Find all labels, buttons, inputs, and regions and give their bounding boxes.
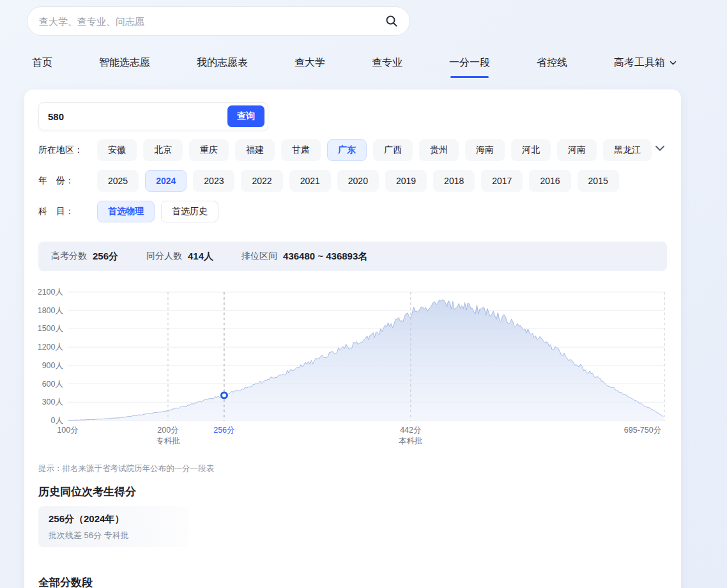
year-chip-0[interactable]: 2025	[97, 170, 139, 192]
svg-text:2100人: 2100人	[38, 288, 63, 297]
nav-item-find-university[interactable]: 查大学	[295, 56, 325, 78]
top-search[interactable]	[27, 6, 410, 36]
subject-chips: 首选物理首选历史	[97, 201, 218, 222]
nav-item-score-rank[interactable]: 一分一段	[449, 56, 490, 78]
nav-item-find-major[interactable]: 查专业	[372, 56, 402, 78]
svg-text:256分: 256分	[213, 426, 234, 435]
subject-filter-row: 科 目： 首选物理首选历史	[38, 201, 218, 222]
score-distribution-chart: 0人300人600人900人1200人1500人1800人2100人100分20…	[38, 284, 667, 449]
svg-text:900人: 900人	[42, 361, 64, 370]
toolbox-chevron-down-icon	[670, 61, 677, 65]
current-score-marker[interactable]	[221, 392, 227, 398]
region-filter-row: 所在地区： 安徽北京重庆福建甘肃广东广西贵州海南河北河南黑龙江	[38, 139, 652, 161]
region-chip-10[interactable]: 河南	[557, 139, 597, 161]
year-chips: 2025202420232022202120202019201820172016…	[97, 170, 619, 192]
summary-score-value: 256分	[93, 251, 118, 263]
subject-chip-1[interactable]: 首选历史	[161, 201, 218, 222]
chart-tip: 提示：排名来源于省考试院历年公布的一分一段表	[38, 463, 214, 474]
year-chip-3[interactable]: 2022	[241, 170, 282, 192]
region-chip-6[interactable]: 广西	[373, 139, 413, 161]
svg-text:1500人: 1500人	[38, 324, 63, 333]
region-chip-1[interactable]: 北京	[143, 139, 183, 161]
region-chip-2[interactable]: 重庆	[189, 139, 229, 161]
main-card: 查询 所在地区： 安徽北京重庆福建甘肃广东广西贵州海南河北河南黑龙江 年 份： …	[24, 89, 681, 588]
nav-item-my-list[interactable]: 我的志愿表	[197, 56, 248, 78]
search-icon[interactable]	[385, 15, 398, 27]
nav-item-toolbox[interactable]: 高考工具箱	[614, 56, 677, 78]
year-chip-8[interactable]: 2017	[481, 170, 523, 192]
subject-chip-0[interactable]: 首选物理	[97, 201, 155, 222]
page: 首页智能选志愿我的志愿表查大学查专业一分一段省控线高考工具箱 查询 所在地区： …	[0, 0, 727, 588]
nav-item-smart-choice[interactable]: 智能选志愿	[99, 56, 150, 78]
subject-label: 科 目：	[38, 206, 97, 217]
search-input[interactable]	[39, 16, 385, 27]
year-chip-6[interactable]: 2019	[385, 170, 427, 192]
svg-text:442分: 442分	[400, 426, 421, 435]
year-chip-1[interactable]: 2024	[145, 170, 187, 192]
nav-item-province-line[interactable]: 省控线	[537, 56, 567, 78]
year-chip-9[interactable]: 2016	[529, 170, 570, 192]
year-chip-4[interactable]: 2021	[289, 170, 331, 192]
summary-rank-label: 排位区间	[241, 251, 277, 262]
year-filter-row: 年 份： 20252024202320222021202020192018201…	[38, 170, 619, 192]
score-input[interactable]	[39, 111, 227, 122]
history-section-title: 历史同位次考生得分	[38, 484, 136, 499]
region-chips: 安徽北京重庆福建甘肃广东广西贵州海南河北河南黑龙江	[97, 139, 652, 161]
history-batch-diff: 批次线差 56分 专科批	[49, 530, 179, 541]
svg-text:本科批: 本科批	[399, 437, 423, 445]
region-chip-8[interactable]: 海南	[465, 139, 505, 161]
svg-text:0人: 0人	[51, 416, 64, 425]
region-chip-0[interactable]: 安徽	[97, 139, 137, 161]
region-chip-5[interactable]: 广东	[327, 139, 367, 161]
expand-regions-chevron[interactable]	[654, 143, 666, 155]
summary-same-value: 414人	[188, 251, 213, 263]
region-chip-9[interactable]: 河北	[511, 139, 551, 161]
query-button[interactable]: 查询	[227, 105, 264, 127]
history-score-card[interactable]: 256分（2024年） 批次线差 56分 专科批	[38, 506, 189, 547]
region-label: 所在地区：	[38, 144, 97, 156]
year-label: 年 份：	[38, 175, 97, 187]
year-chip-2[interactable]: 2023	[193, 170, 234, 192]
region-chip-4[interactable]: 甘肃	[281, 139, 321, 161]
svg-text:300人: 300人	[42, 398, 64, 406]
history-score: 256分（2024年）	[49, 513, 179, 525]
svg-text:600人: 600人	[42, 380, 64, 389]
region-chip-7[interactable]: 贵州	[419, 139, 459, 161]
year-chip-10[interactable]: 2015	[578, 170, 619, 192]
all-segments-title: 全部分数段	[38, 575, 93, 588]
summary-rank-value: 436480 ~ 436893名	[283, 251, 367, 263]
nav-item-home[interactable]: 首页	[32, 56, 52, 78]
year-chip-5[interactable]: 2020	[337, 170, 379, 192]
summary-same-label: 同分人数	[146, 251, 182, 262]
main-nav: 首页智能选志愿我的志愿表查大学查专业一分一段省控线高考工具箱	[32, 56, 677, 78]
svg-text:专科批: 专科批	[156, 437, 180, 445]
score-summary: 高考分数 256分 同分人数 414人 排位区间 436480 ~ 436893…	[38, 242, 667, 271]
svg-text:1200人: 1200人	[38, 343, 63, 352]
score-query-box: 查询	[38, 102, 268, 130]
svg-text:200分: 200分	[157, 426, 178, 435]
svg-text:100分: 100分	[57, 426, 78, 435]
summary-score-label: 高考分数	[51, 251, 87, 262]
year-chip-7[interactable]: 2018	[433, 170, 475, 192]
region-chip-3[interactable]: 福建	[235, 139, 275, 161]
svg-text:1800人: 1800人	[38, 306, 63, 315]
svg-text:695-750分: 695-750分	[624, 426, 661, 435]
region-chip-11[interactable]: 黑龙江	[603, 139, 652, 161]
